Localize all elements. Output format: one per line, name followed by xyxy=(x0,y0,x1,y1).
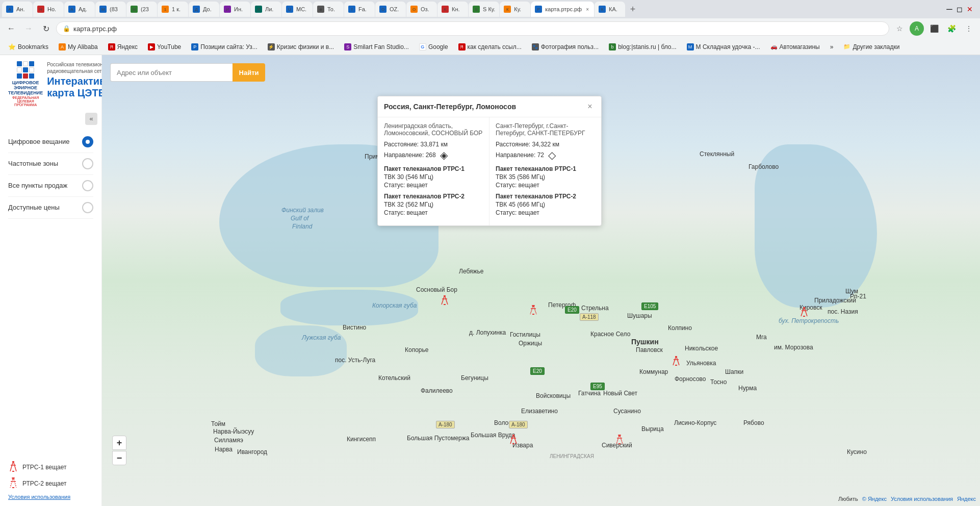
back-button[interactable]: ← xyxy=(4,21,18,36)
bookmark-foto[interactable]: 🐾 Фотография польз... xyxy=(528,41,603,53)
luzhskaya-guba xyxy=(255,325,347,376)
minimize-button[interactable]: ─ xyxy=(945,5,953,13)
filter-digital-radio[interactable] xyxy=(82,136,93,147)
popup-close-button[interactable]: × xyxy=(585,102,595,112)
tab-10[interactable]: U МС. xyxy=(282,2,313,17)
zoom-out-button[interactable]: − xyxy=(112,451,126,465)
tab-favicon-15: К xyxy=(442,6,449,13)
tab-label-3: Ад. xyxy=(79,6,87,12)
tower-marker-4[interactable] xyxy=(672,356,681,369)
main-content: ЦИФРОВОЕЭФИРНОЕТЕЛЕВИДЕНИЕ ФЕДЕРАЛЬНАЯ Ц… xyxy=(0,55,980,506)
restore-button[interactable]: ◻ xyxy=(956,5,964,13)
tab-label-13: OZ. xyxy=(390,6,399,12)
popup-right-pkg1-title: Пакет телеканалов РТРС-1 xyxy=(496,165,595,172)
bookmark-google[interactable]: G Google xyxy=(415,41,452,53)
tower-marker-6[interactable] xyxy=(615,435,624,447)
sidebar-footer: РТРС-1 вещает РТРС-2 вещает Условия испо… xyxy=(0,455,101,506)
bookmark-avto[interactable]: 🚗 Автомагазины xyxy=(766,41,824,53)
profile-button[interactable]: A xyxy=(910,21,924,36)
map-search-bar: Найти xyxy=(110,63,265,82)
tab-label-14: Oз. xyxy=(421,6,429,12)
tab-close-active[interactable]: × xyxy=(585,6,590,13)
bookmark-pozicii[interactable]: P Позиции сайта: Уз... xyxy=(187,41,262,53)
zoom-controls: + − xyxy=(112,436,126,465)
bookmark-more[interactable]: » xyxy=(826,41,838,53)
tower2-icon xyxy=(8,477,18,490)
extensions-button[interactable]: 🧩 xyxy=(944,21,959,36)
yandex-map-link[interactable]: Яндекс xyxy=(957,496,976,502)
other-bookmarks-icon: 📁 xyxy=(843,43,850,50)
map-popup: Россия, Санкт-Петербург, Ломоносов × Лен… xyxy=(377,96,602,226)
bookmark-kak-sdelat[interactable]: Я как сделать ссыл... xyxy=(454,41,526,53)
bookmark-youtube[interactable]: ▶ YouTube xyxy=(144,41,185,53)
menu-button[interactable]: ⋮ xyxy=(962,21,976,36)
krizis-icon: ⚡ xyxy=(268,43,275,50)
road-badge-a180-1: A-180 xyxy=(436,421,455,428)
map-search-button[interactable]: Найти xyxy=(233,63,265,82)
filter-prices-radio[interactable] xyxy=(82,202,93,213)
skladnaya-icon: M xyxy=(687,43,694,50)
bookmark-youtube-label: YouTube xyxy=(157,43,181,50)
yandex-usage-terms[interactable]: Условия использования xyxy=(891,496,953,502)
bookmark-alibaba[interactable]: A My Alibaba xyxy=(55,41,102,53)
bookmark-star-button[interactable]: ☆ xyxy=(892,21,907,36)
tab-11[interactable]: ◆ То. xyxy=(313,2,344,17)
new-tab-button[interactable]: + xyxy=(626,2,640,16)
tab-5[interactable]: М (23 xyxy=(126,2,157,17)
tab-6[interactable]: 1 1 к. xyxy=(158,2,188,17)
tab-14[interactable]: О Oз. xyxy=(406,2,437,17)
tab-1[interactable]: А Ан. xyxy=(2,2,33,17)
tab-17[interactable]: К Ку. xyxy=(500,2,530,17)
tab-4[interactable]: М (83 xyxy=(95,2,126,17)
usage-link[interactable]: Условия использования xyxy=(8,494,93,500)
tab-19[interactable]: К КА. xyxy=(595,2,625,17)
forward-button[interactable]: → xyxy=(21,21,36,36)
tab-15[interactable]: К Кн. xyxy=(437,2,468,17)
svg-line-1 xyxy=(13,461,16,471)
tower-marker-5[interactable] xyxy=(509,435,518,447)
tower-marker-2[interactable] xyxy=(440,295,449,308)
popup-left-pkg2-status: Статус: вещает xyxy=(384,209,483,216)
bookmark-yandex[interactable]: Я Яндекс xyxy=(104,41,142,53)
tab-label-7: До. xyxy=(203,6,212,12)
popup-left-direction: Направление: 268 ◈ xyxy=(384,149,483,161)
tower-marker-7[interactable] xyxy=(800,307,809,320)
tab-active[interactable]: Р карта.ртрс.рф × xyxy=(531,2,594,17)
map-search-input[interactable] xyxy=(110,63,233,82)
popup-left-col: Ленинградская область, Ломоносовский, СО… xyxy=(378,117,489,225)
tab-3[interactable]: А Ад. xyxy=(64,2,95,17)
logo-fed: ФЕДЕРАЛЬНАЯ ЦЕЛЕВАЯ ПРОГРАММА xyxy=(8,96,43,107)
reload-button[interactable]: ↻ xyxy=(39,21,53,36)
tab-2[interactable]: Н Но. xyxy=(33,2,64,17)
popup-left-pkg2-tvk: ТВК 32 (562 МГц) xyxy=(384,201,483,208)
tab-8[interactable]: И Ин. xyxy=(220,2,250,17)
tab-favicon-8: И xyxy=(224,6,231,13)
bookmark-more-label: » xyxy=(830,43,834,50)
map-area[interactable]: Стеклянный Приморск Победа Первомайское … xyxy=(102,55,980,506)
filter-prices-label: Доступные цены xyxy=(8,204,60,211)
address-field[interactable]: 🔒 карта.ртрс.рф xyxy=(56,21,889,36)
bookmark-yandex-label: Яндекс xyxy=(117,43,138,50)
filter-sales-radio[interactable] xyxy=(82,180,93,191)
tab-9[interactable]: Л Ли. xyxy=(251,2,281,17)
close-window-button[interactable]: ✕ xyxy=(966,5,974,13)
legend-rtrs2: РТРС-2 вещает xyxy=(8,477,93,490)
bookmark-smilart[interactable]: S Smilart Fan Studio... xyxy=(340,41,413,53)
bookmark-krizis[interactable]: ⚡ Кризис физики и в... xyxy=(264,41,338,53)
tab-7[interactable]: Д До. xyxy=(189,2,219,17)
bookmark-other[interactable]: 📁 Другие закладки xyxy=(839,41,904,53)
filter-frequency-radio[interactable] xyxy=(82,158,93,169)
zoom-in-button[interactable]: + xyxy=(112,436,126,450)
tab-13[interactable]: O OZ. xyxy=(375,2,406,17)
cast-button[interactable]: ⬛ xyxy=(927,21,941,36)
popup-right-pkg2-status: Статус: вещает xyxy=(496,209,595,216)
tower-marker-3[interactable] xyxy=(529,305,538,318)
tab-12[interactable]: f Fa. xyxy=(344,2,375,17)
bookmark-skladnaya[interactable]: M M Складная удочка -... xyxy=(683,41,764,53)
collapse-button[interactable]: « xyxy=(85,113,97,125)
yandex-terms-link[interactable]: © Яндекс xyxy=(862,496,887,502)
pozicii-icon: P xyxy=(191,43,198,50)
bookmark-blog[interactable]: b blog:|stanis.ru | бло... xyxy=(605,41,680,53)
tab-16[interactable]: S S Ку. xyxy=(469,2,499,17)
bookmark-bookmarks[interactable]: ⭐ Bookmarks xyxy=(4,41,53,53)
